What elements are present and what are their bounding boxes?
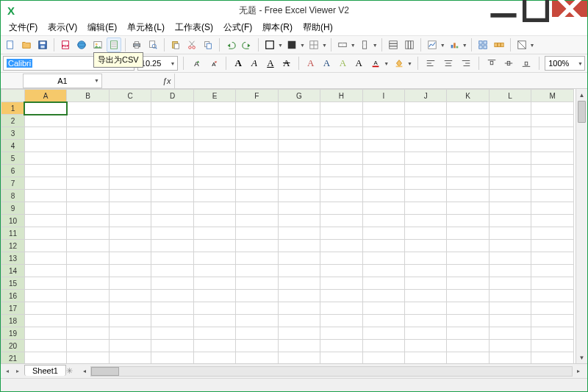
cell-L12[interactable] [489,240,531,252]
cell-A3[interactable] [24,127,66,140]
cell-J4[interactable] [405,140,447,152]
cell-C20[interactable] [109,340,151,352]
col-header-C[interactable]: C [109,90,151,102]
cell-F2[interactable] [236,115,278,127]
col-header-F[interactable]: F [236,90,278,102]
cell-M4[interactable] [531,140,574,152]
cell-B14[interactable] [67,265,109,277]
hscroll-track[interactable] [90,366,573,377]
cell-F19[interactable] [236,327,278,340]
cell-K10[interactable] [447,215,489,227]
cell-J14[interactable] [405,265,447,277]
hscroll-thumb[interactable] [91,367,119,376]
cell-K21[interactable] [447,352,489,364]
cell-K2[interactable] [447,115,489,127]
cell-E2[interactable] [193,115,235,127]
row-header-16[interactable]: 16 [1,290,25,302]
cell-F15[interactable] [236,277,278,290]
print-preview-icon[interactable] [146,38,160,52]
cell-B7[interactable] [67,177,109,190]
cell-M19[interactable] [531,327,574,340]
row-header-10[interactable]: 10 [1,215,25,227]
cell-I12[interactable] [362,240,404,252]
row-header-20[interactable]: 20 [1,340,25,352]
cell-C21[interactable] [109,352,151,364]
menu-cell[interactable]: 单元格(L) [122,20,170,35]
cell-H11[interactable] [320,227,362,240]
cell-F17[interactable] [236,302,278,315]
cell-H13[interactable] [320,252,362,265]
cell-J19[interactable] [405,327,447,340]
menu-script[interactable]: 脚本(R) [257,20,298,35]
cell-K14[interactable] [447,265,489,277]
undo-icon[interactable] [223,38,238,52]
cell-C7[interactable] [109,177,151,190]
cell-J21[interactable] [405,352,447,364]
cell-F11[interactable] [236,227,278,240]
redo-icon[interactable] [240,38,254,52]
cell-M12[interactable] [531,240,574,252]
cell-A16[interactable] [24,290,66,302]
cell-H16[interactable] [320,290,362,302]
cell-K18[interactable] [447,315,489,327]
cell-E6[interactable] [193,165,235,177]
cell-H5[interactable] [320,152,362,165]
zoom-combo[interactable]: 100%▼ [545,56,585,71]
cell-B15[interactable] [67,277,109,290]
cell-C8[interactable] [109,190,151,202]
cell-E20[interactable] [193,340,235,352]
col-header-I[interactable]: I [362,90,404,102]
cell-D8[interactable] [151,190,193,202]
cell-K19[interactable] [447,327,489,340]
cell-C17[interactable] [109,302,151,315]
cell-E15[interactable] [193,277,235,290]
menu-help[interactable]: 帮助(H) [298,20,338,35]
cell-M3[interactable] [531,127,574,140]
row-header-12[interactable]: 12 [1,240,25,252]
cell-F7[interactable] [236,177,278,190]
cell-C5[interactable] [109,152,151,165]
cell-F4[interactable] [236,140,278,152]
cell-D12[interactable] [151,240,193,252]
cell-M8[interactable] [531,190,574,202]
cell-F8[interactable] [236,190,278,202]
cell-C15[interactable] [109,277,151,290]
cell-B16[interactable] [67,290,109,302]
cell-D14[interactable] [151,265,193,277]
cell-I17[interactable] [362,302,404,315]
fill-dropdown[interactable]: ▼ [284,38,305,52]
scroll-left-icon[interactable]: ◂ [79,368,90,374]
cell-H3[interactable] [320,127,362,140]
paste-icon[interactable] [168,38,183,52]
align-right-icon[interactable] [459,56,473,71]
cell-K7[interactable] [447,177,489,190]
cell-D15[interactable] [151,277,193,290]
cell-G6[interactable] [278,165,320,177]
cell-A11[interactable] [24,227,66,240]
cell-B18[interactable] [67,315,109,327]
cell-L18[interactable] [489,315,531,327]
cell-L6[interactable] [489,165,531,177]
cell-D9[interactable] [151,202,193,215]
new-file-icon[interactable] [3,38,18,52]
cell-H15[interactable] [320,277,362,290]
font-color-green[interactable]: A [336,57,349,70]
cell-K16[interactable] [447,290,489,302]
cell-J5[interactable] [405,152,447,165]
menu-formula[interactable]: 公式(F) [218,20,257,35]
cell-K5[interactable] [447,152,489,165]
font-color-dropdown[interactable]: A▼ [368,56,389,71]
chart-bar-dropdown[interactable]: ▼ [447,38,467,52]
cell-C2[interactable] [109,115,151,127]
row-header-9[interactable]: 9 [1,202,25,215]
cell-H12[interactable] [320,240,362,252]
cell-M14[interactable] [531,265,574,277]
font-color-red[interactable]: A [304,57,318,70]
group-icon[interactable] [476,38,490,52]
cell-C6[interactable] [109,165,151,177]
cell-D11[interactable] [151,227,193,240]
cell-A21[interactable] [24,352,66,364]
scroll-thumb[interactable] [578,101,586,123]
row-header-1[interactable]: 1 [1,102,25,115]
cell-J16[interactable] [405,290,447,302]
